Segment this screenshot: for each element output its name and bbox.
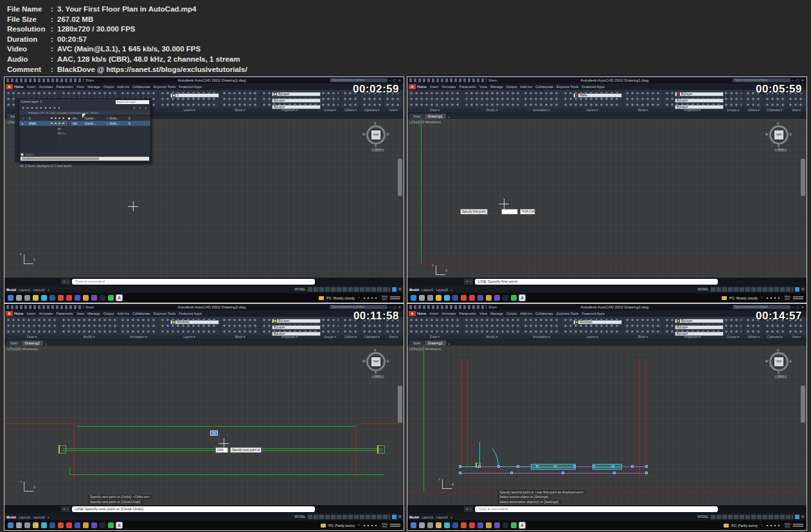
lineweight-dropdown[interactable]: ByLayer bbox=[272, 98, 321, 103]
dynamic-input-y-field[interactable]: 7638.0188 bbox=[520, 209, 535, 215]
ribbon-tab[interactable]: Annotate bbox=[39, 85, 53, 89]
navigation-bar[interactable] bbox=[398, 386, 402, 423]
taskbar-icon-word[interactable] bbox=[452, 295, 458, 301]
grip-point[interactable] bbox=[510, 472, 513, 474]
taskbar-icon-steam[interactable] bbox=[100, 522, 105, 528]
taskbar-icon-file-explorer[interactable] bbox=[33, 295, 39, 301]
taskbar-icon-whatsapp[interactable] bbox=[511, 295, 517, 301]
layout-tab[interactable]: Layout2 bbox=[436, 288, 447, 292]
taskbar-icon-opera[interactable] bbox=[66, 522, 72, 528]
layer-dropdown[interactable]: Walls bbox=[573, 93, 622, 98]
linetype-dropdown[interactable]: ByLayer bbox=[272, 105, 321, 109]
layer-dropdown[interactable]: 0 bbox=[170, 93, 219, 98]
layout-tab[interactable]: Layout2 bbox=[33, 288, 44, 292]
ribbon-tab[interactable]: Express Tools bbox=[557, 312, 578, 315]
status-toggle-icons[interactable] bbox=[711, 287, 793, 292]
clock[interactable] bbox=[793, 524, 803, 527]
layout-tab[interactable]: Model bbox=[6, 515, 16, 519]
taskbar-icon-folder[interactable] bbox=[83, 522, 89, 528]
layer-dropdown[interactable]: Windows bbox=[170, 320, 219, 324]
layout-tab[interactable]: Layout2 bbox=[436, 515, 447, 519]
panel-label[interactable]: Modify ▾ bbox=[463, 335, 521, 339]
compass-east[interactable]: E bbox=[387, 360, 389, 363]
panel-label[interactable]: Layers ▾ bbox=[562, 108, 623, 112]
panel-icons[interactable] bbox=[222, 91, 258, 108]
ribbon-tab[interactable]: Home bbox=[417, 312, 427, 315]
status-toggle-icons[interactable] bbox=[711, 515, 793, 519]
panel-label[interactable]: Groups ▾ bbox=[722, 108, 744, 112]
clock[interactable] bbox=[390, 524, 400, 527]
ribbon-tab[interactable]: Add-ins bbox=[520, 312, 532, 315]
file-tab-drawing[interactable]: Drawing1 bbox=[425, 114, 446, 119]
file-tab-drawing[interactable]: Drawing2 bbox=[425, 341, 446, 346]
app-menu-button[interactable]: A bbox=[409, 84, 416, 89]
panel-label[interactable]: Groups ▾ bbox=[319, 335, 341, 339]
ribbon-tab[interactable]: Output bbox=[103, 85, 114, 89]
compass-north[interactable]: N bbox=[777, 122, 779, 125]
taskbar-icon-steam[interactable] bbox=[100, 295, 105, 301]
titlebar-search-input[interactable]: Type a keyword or phrase bbox=[733, 305, 790, 309]
status-toggle-active[interactable] bbox=[392, 287, 397, 292]
taskbar-icon-start[interactable] bbox=[8, 522, 13, 528]
linetype-dropdown[interactable]: ByLayer bbox=[675, 105, 724, 109]
viewcube[interactable]: TOP N S W E bbox=[365, 124, 387, 146]
grip-point[interactable] bbox=[612, 465, 614, 468]
ribbon-tab[interactable]: Parametric bbox=[56, 312, 73, 315]
ribbon-tab[interactable]: Featured Apps bbox=[179, 312, 202, 315]
tray-icons[interactable] bbox=[765, 524, 782, 528]
compass-south[interactable]: S bbox=[778, 145, 780, 148]
layout-tab[interactable]: Model bbox=[6, 288, 16, 292]
palette-horizontal-scrollbar[interactable] bbox=[21, 157, 149, 161]
folder-icon[interactable] bbox=[724, 524, 729, 528]
taskbar-icon-start[interactable] bbox=[411, 295, 416, 301]
taskbar-icon-file-explorer[interactable] bbox=[436, 295, 441, 301]
layer-name[interactable]: 0 bbox=[29, 117, 48, 120]
layer-lineweight[interactable]: — Defa... bbox=[106, 117, 127, 120]
panel-label[interactable]: Draw ▾ bbox=[407, 335, 462, 339]
panel-label[interactable]: View ▾ bbox=[384, 335, 403, 339]
filter-tree-item[interactable]: All Us... bbox=[58, 132, 67, 135]
layout-tab[interactable]: + bbox=[450, 515, 452, 519]
titlebar-search-input[interactable]: Type a keyword or phrase bbox=[330, 305, 388, 309]
taskbar-icon-edge[interactable] bbox=[444, 522, 450, 528]
compass-west[interactable]: W bbox=[362, 360, 365, 363]
taskbar-icon-powerpoint[interactable] bbox=[461, 295, 467, 301]
ribbon-tab[interactable]: Manage bbox=[490, 312, 503, 315]
grip-point[interactable] bbox=[645, 472, 648, 474]
folder-icon[interactable] bbox=[722, 296, 727, 300]
compass-west[interactable]: W bbox=[765, 133, 768, 136]
ribbon-tab[interactable]: View bbox=[479, 312, 487, 315]
taskbar-icon-steam[interactable] bbox=[503, 295, 508, 301]
tray-chevron-icon[interactable]: ⌃ bbox=[357, 296, 360, 300]
taskbar-icon-task-view[interactable] bbox=[427, 522, 433, 528]
layer-color-swatch[interactable] bbox=[67, 122, 71, 125]
titlebar-search-input[interactable]: Type a keyword or phrase bbox=[733, 78, 790, 82]
panel-label[interactable]: Modify ▾ bbox=[463, 108, 521, 112]
compass-east[interactable]: E bbox=[790, 360, 792, 363]
folder-icon[interactable] bbox=[321, 524, 326, 528]
ribbon-tab[interactable]: Insert bbox=[430, 85, 439, 89]
ribbon-tab[interactable]: Insert bbox=[430, 312, 439, 315]
object-color-dropdown[interactable]: ByLayer bbox=[272, 319, 321, 323]
file-tab-drawing[interactable]: Drawing2 bbox=[22, 341, 43, 346]
invert-filter-checkbox[interactable] bbox=[21, 153, 24, 156]
grip-point[interactable] bbox=[593, 465, 595, 468]
panel-label[interactable]: Draw ▾ bbox=[407, 108, 462, 112]
layer-transparency[interactable]: 0 bbox=[129, 117, 135, 120]
ribbon-tab[interactable]: Insert bbox=[27, 85, 36, 89]
taskbar-icon-gimp[interactable] bbox=[494, 522, 500, 528]
tray-chevron-icon[interactable]: ⌃ bbox=[760, 296, 763, 300]
viewport-controls-label[interactable]: [-][Top][2D Wireframe] bbox=[409, 347, 441, 351]
taskbar-icon-search[interactable] bbox=[16, 295, 22, 301]
share-button[interactable]: Share bbox=[85, 305, 94, 309]
layer-row-walls[interactable]: ▸ Walls red Contin... — Defa... 0 bbox=[19, 121, 150, 126]
command-input[interactable]: Type a command bbox=[72, 279, 315, 285]
grip-point[interactable] bbox=[554, 465, 557, 468]
panel-icons[interactable] bbox=[121, 318, 156, 335]
ribbon-tab[interactable]: View bbox=[76, 85, 84, 89]
grip-point[interactable] bbox=[478, 465, 481, 468]
taskbar-icon-teams[interactable] bbox=[75, 522, 80, 528]
command-input[interactable]: LINE Specify first point: bbox=[475, 279, 718, 285]
taskbar-icon-opera[interactable] bbox=[66, 295, 72, 301]
ribbon-tab[interactable]: Manage bbox=[87, 85, 100, 89]
